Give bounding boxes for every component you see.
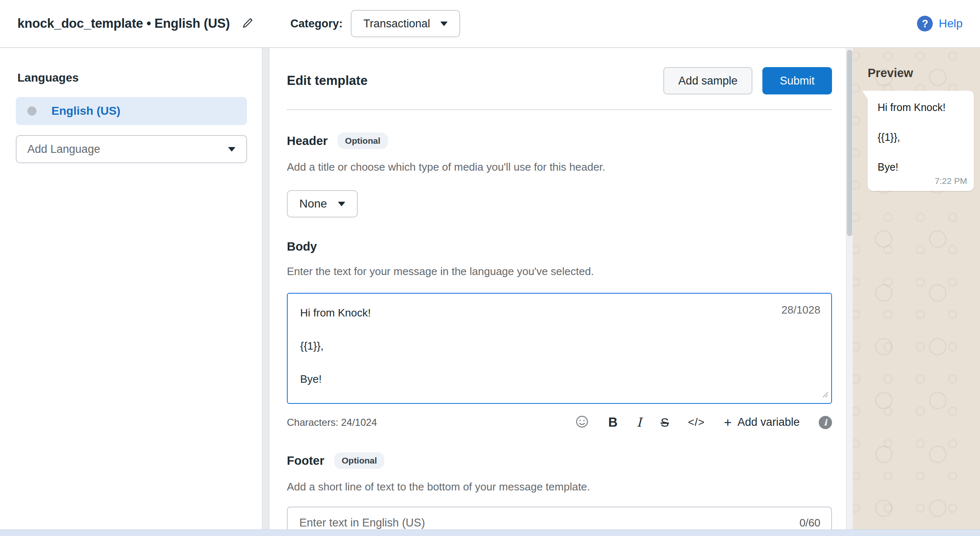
- scrollbar-thumb[interactable]: [847, 50, 852, 236]
- format-tools: B I S </> + Add variable i: [575, 415, 832, 430]
- category-group: Category: Transactional: [290, 10, 460, 37]
- languages-heading: Languages: [17, 71, 247, 85]
- add-variable-label: Add variable: [737, 416, 800, 429]
- help-icon: ?: [917, 16, 933, 31]
- edit-title-button[interactable]: [241, 17, 254, 31]
- body-section: Body Enter the text for your message in …: [287, 240, 832, 430]
- category-label: Category:: [290, 17, 342, 30]
- chevron-down-icon: [338, 202, 345, 206]
- topbar: knock_doc_template • English (US) Catego…: [0, 0, 980, 48]
- footer-section-title: Footer: [287, 454, 324, 468]
- body-toolbar: Characters: 24/1024: [287, 415, 832, 430]
- message-text: Hi from Knock! {{1}}, Bye!: [878, 100, 965, 174]
- message-bubble: Hi from Knock! {{1}}, Bye! 7:22 PM: [868, 91, 974, 191]
- resize-handle-icon[interactable]: [821, 391, 829, 400]
- category-value: Transactional: [363, 17, 430, 30]
- body-section-description: Enter the text for your message in the l…: [287, 265, 832, 278]
- code-button[interactable]: </>: [688, 416, 705, 429]
- footer-section: Footer Optional Add a short line of text…: [287, 452, 832, 536]
- bold-icon: B: [608, 415, 617, 430]
- body-textarea-wrap: Hi from Knock! {{1}}, Bye! 28/1028: [287, 293, 832, 404]
- info-icon: i: [819, 416, 832, 429]
- header-section-description: Add a title or choose which type of medi…: [287, 161, 832, 174]
- optional-badge: Optional: [337, 133, 388, 149]
- add-language-dropdown[interactable]: Add Language: [16, 135, 247, 163]
- footer-section-description: Add a short line of text to the bottom o…: [287, 480, 832, 493]
- body-char-counter: 28/1028: [781, 304, 820, 316]
- footer-section-head: Footer Optional: [287, 452, 832, 469]
- page-title: knock_doc_template • English (US): [17, 16, 230, 31]
- sidebar-scrollbar[interactable]: [262, 48, 269, 536]
- edit-template-panel: Edit template Add sample Submit Header O…: [269, 48, 846, 536]
- chevron-down-icon: [440, 22, 448, 26]
- optional-badge: Optional: [334, 452, 384, 469]
- strikethrough-button[interactable]: S: [661, 415, 669, 430]
- body-textarea[interactable]: Hi from Knock! {{1}}, Bye!: [287, 293, 832, 404]
- content-row: Languages English (US) Add Language Edit…: [0, 48, 980, 536]
- status-dot-icon: [27, 106, 36, 116]
- header-section-title: Header: [287, 134, 327, 148]
- bold-button[interactable]: B: [608, 415, 617, 430]
- divider: [287, 109, 832, 110]
- help-link[interactable]: ? Help: [917, 16, 963, 31]
- bubble-tail-icon: [862, 91, 868, 99]
- edit-template-header: Edit template Add sample Submit: [287, 67, 832, 94]
- submit-button[interactable]: Submit: [762, 67, 832, 94]
- characters-count: Characters: 24/1024: [287, 417, 377, 428]
- body-section-head: Body: [287, 240, 832, 254]
- preview-heading: Preview: [868, 66, 974, 80]
- emoji-button[interactable]: [575, 415, 589, 430]
- template-title-group: knock_doc_template • English (US): [17, 16, 254, 31]
- language-item-english-us[interactable]: English (US): [16, 97, 247, 125]
- italic-icon: I: [637, 415, 642, 430]
- add-sample-button[interactable]: Add sample: [663, 67, 752, 94]
- strikethrough-icon: S: [661, 415, 669, 430]
- main-scrollbar[interactable]: [846, 48, 853, 536]
- emoji-icon: [575, 415, 589, 430]
- chevron-down-icon: [228, 147, 235, 152]
- horizontal-scrollbar[interactable]: [0, 529, 980, 536]
- header-actions: Add sample Submit: [663, 67, 832, 94]
- add-language-placeholder: Add Language: [27, 143, 100, 156]
- edit-template-heading: Edit template: [287, 73, 368, 88]
- add-variable-button[interactable]: + Add variable: [724, 416, 800, 429]
- whatsapp-template-editor: knock_doc_template • English (US) Catego…: [0, 0, 980, 536]
- body-section-title: Body: [287, 240, 317, 254]
- languages-sidebar: Languages English (US) Add Language: [0, 48, 262, 536]
- italic-button[interactable]: I: [637, 415, 642, 430]
- pencil-icon: [241, 17, 254, 31]
- plus-icon: +: [724, 416, 732, 429]
- header-section: Header Optional Add a title or choose wh…: [287, 133, 832, 217]
- header-type-value: None: [299, 197, 327, 210]
- category-dropdown[interactable]: Transactional: [351, 10, 460, 37]
- message-timestamp: 7:22 PM: [935, 176, 967, 186]
- preview-panel: Preview Hi from Knock! {{1}}, Bye! 7:22 …: [853, 48, 980, 536]
- code-icon: </>: [688, 416, 705, 429]
- header-section-head: Header Optional: [287, 133, 832, 149]
- info-button[interactable]: i: [819, 416, 832, 429]
- language-item-label: English (US): [51, 104, 120, 118]
- help-label: Help: [939, 17, 963, 30]
- footer-char-counter: 0/60: [799, 517, 820, 529]
- header-type-dropdown[interactable]: None: [287, 190, 358, 217]
